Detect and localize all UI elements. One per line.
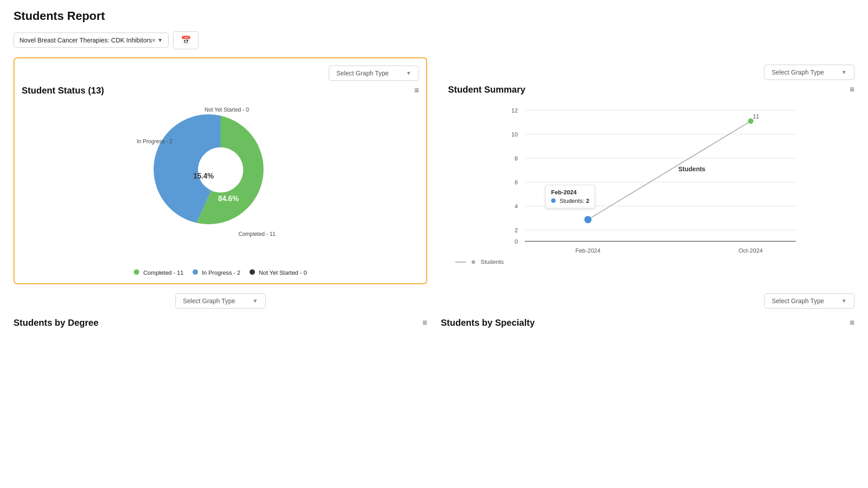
filter-tag-label: Novel Breast Cancer Therapies: CDK Inhib…	[19, 37, 152, 44]
legend-dot-inprogress	[193, 269, 198, 275]
legend-completed: Completed - 11	[134, 269, 184, 276]
graph-type-label-top-right: Select Graph Type	[772, 69, 824, 76]
line-chart-area: 12 10 8 6 4 2 0 Students 11 Feb-	[448, 101, 854, 265]
page-title: Students Report	[14, 9, 854, 23]
legend-line-dot	[472, 260, 475, 264]
pie-labels-container: 15.4% 84.6% Not Yet Started - 0 In Progr…	[135, 102, 307, 265]
svg-line-14	[588, 121, 751, 220]
course-filter-tag[interactable]: Novel Breast Cancer Therapies: CDK Inhib…	[14, 33, 169, 48]
calendar-button[interactable]: 📅	[173, 31, 198, 49]
pie-area: 15.4% 84.6% Not Yet Started - 0 In Progr…	[22, 102, 419, 276]
pie-inprogress-pct: 15.4%	[193, 172, 214, 180]
legend-dot-completed	[134, 269, 139, 275]
svg-text:6: 6	[514, 179, 518, 186]
bottom-select-cell-left: Select Graph Type ▼	[14, 293, 427, 309]
degree-chart-title: Students by Degree	[14, 318, 99, 328]
filter-row: Novel Breast Cancer Therapies: CDK Inhib…	[14, 31, 854, 49]
specialty-chart-title: Students by Specialty	[441, 318, 535, 328]
student-status-title: Student Status (13)	[22, 85, 104, 96]
pie-completed-pct: 84.6%	[218, 195, 239, 203]
student-summary-title: Student Summary	[448, 84, 525, 95]
svg-text:Feb-2024: Feb-2024	[576, 247, 601, 254]
legend-notstarted: Not Yet Started - 0	[250, 269, 307, 276]
student-status-menu-icon[interactable]: ≡	[414, 86, 419, 95]
specialty-menu-icon[interactable]: ≡	[849, 318, 854, 328]
line-chart-svg: 12 10 8 6 4 2 0 Students 11 Feb-	[448, 101, 854, 255]
legend-dot-notstarted	[250, 269, 255, 275]
panel-header-right: Select Graph Type ▼	[448, 65, 854, 80]
chart-title-row-right: Student Summary ≡	[448, 84, 854, 95]
graph-type-select-top-right[interactable]: Select Graph Type ▼	[764, 65, 854, 80]
legend-inprogress: In Progress - 2	[193, 269, 241, 276]
legend-completed-label: Completed - 11	[143, 269, 184, 276]
students-by-degree-panel: Students by Degree ≡	[14, 313, 427, 339]
bottom-select-row: Select Graph Type ▼ Select Graph Type ▼	[14, 293, 854, 309]
specialty-title-row: Students by Specialty ≡	[441, 318, 854, 328]
graph-type-label-bottom-right: Select Graph Type	[772, 297, 824, 305]
graph-type-arrow-bottom-right: ▼	[841, 298, 847, 304]
graph-type-select-bottom-right[interactable]: Select Graph Type ▼	[764, 293, 854, 309]
chart-title-row-left: Student Status (13) ≡	[22, 85, 419, 96]
svg-text:12: 12	[511, 107, 518, 114]
calendar-icon: 📅	[181, 36, 191, 45]
pie-chart-svg	[153, 102, 288, 238]
students-by-specialty-panel: Students by Specialty ≡	[441, 313, 854, 339]
bottom-select-cell-right: Select Graph Type ▼	[441, 293, 854, 309]
svg-text:10: 10	[511, 131, 518, 138]
filter-remove-btn[interactable]: ×	[152, 37, 156, 44]
pie-legend: Completed - 11 In Progress - 2 Not Yet S…	[134, 269, 307, 276]
graph-type-select-top-left[interactable]: Select Graph Type ▼	[329, 66, 419, 81]
svg-text:8: 8	[514, 155, 518, 162]
pie-label-not-started: Not Yet Started - 0	[205, 107, 249, 113]
graph-type-label-top-left: Select Graph Type	[336, 70, 389, 77]
pie-label-in-progress: In Progress - 2	[137, 138, 173, 145]
degree-menu-icon[interactable]: ≡	[422, 318, 427, 328]
legend-notstarted-label: Not Yet Started - 0	[259, 269, 307, 276]
pie-label-completed: Completed - 11	[239, 231, 307, 237]
svg-text:0: 0	[514, 238, 518, 245]
graph-type-label-bottom-left: Select Graph Type	[183, 297, 236, 305]
student-status-panel: Select Graph Type ▼ Student Status (13) …	[14, 57, 427, 284]
student-summary-menu-icon[interactable]: ≡	[849, 85, 854, 94]
pie-donut-hole	[198, 147, 243, 192]
svg-text:Students: Students	[679, 165, 706, 173]
panel-header-left: Select Graph Type ▼	[22, 66, 419, 81]
svg-text:Oct-2024: Oct-2024	[739, 247, 763, 254]
legend-inprogress-label: In Progress - 2	[202, 269, 241, 276]
svg-text:2: 2	[514, 227, 518, 234]
graph-type-select-bottom-left[interactable]: Select Graph Type ▼	[175, 293, 266, 309]
svg-text:11: 11	[753, 113, 760, 120]
point-feb-2024	[585, 216, 592, 223]
graph-type-arrow-top-right: ▼	[841, 69, 847, 75]
student-summary-panel: Select Graph Type ▼ Student Summary ≡ 12	[441, 57, 854, 284]
filter-dropdown-arrow[interactable]: ▼	[157, 37, 163, 43]
legend-line-icon	[455, 262, 466, 263]
graph-type-arrow-bottom-left: ▼	[253, 298, 258, 304]
line-chart-legend: Students	[455, 258, 854, 265]
svg-text:4: 4	[514, 203, 518, 210]
bottom-charts-row: Students by Degree ≡ Students by Special…	[14, 313, 854, 339]
graph-type-arrow-top-left: ▼	[406, 70, 411, 76]
degree-title-row: Students by Degree ≡	[14, 318, 427, 328]
line-legend-label: Students	[481, 258, 504, 265]
top-grid: Select Graph Type ▼ Student Status (13) …	[14, 57, 854, 284]
